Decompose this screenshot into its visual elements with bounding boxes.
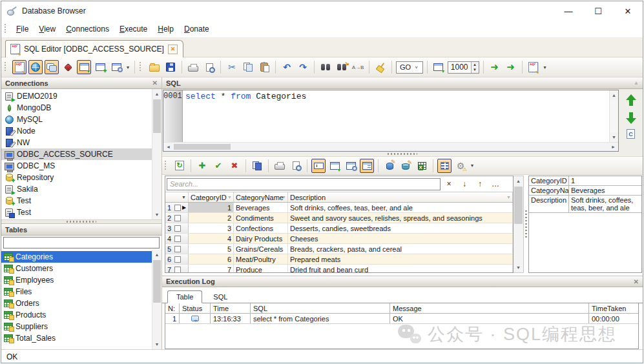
cell-categoryid[interactable]: 5 [189, 244, 234, 254]
connection-item-test2[interactable]: Test [1, 207, 152, 218]
grid-row-2[interactable]: 2 2 Condiments Sweet and savory sauces, … [165, 213, 513, 223]
grid-row-7[interactable]: 7 7 Produce Dried fruit and bean curd [165, 265, 513, 272]
clear-search-icon[interactable]: × [442, 178, 456, 190]
editor-results-splitter[interactable] [162, 152, 643, 157]
column-header-categoryid[interactable]: CategoryID▼ [189, 192, 234, 202]
cell-categoryid[interactable]: 4 [189, 234, 234, 243]
scroll-up-icon[interactable]: ▲ [610, 90, 618, 100]
results-toolbar-grip[interactable] [164, 161, 167, 171]
cell-categoryname[interactable]: Dairy Products [234, 234, 288, 243]
scroll-up-icon[interactable]: ▲ [514, 176, 523, 186]
scroll-down-icon[interactable]: ▼ [152, 210, 161, 219]
print-preview-button[interactable] [202, 60, 216, 74]
toolbar-overflow2-icon[interactable]: ▾ [543, 65, 548, 70]
editor-horizontal-scrollbar[interactable]: ◄ ► [163, 142, 618, 151]
row-checkbox[interactable] [174, 236, 181, 242]
connection-item-mongodb[interactable]: MongoDB [1, 102, 152, 114]
record-field-categoryname[interactable]: CategoryName Beverages [529, 186, 641, 196]
tables-scrollbar[interactable]: ▲ ▼ [152, 250, 161, 349]
tab-close-icon[interactable]: ✕ [168, 45, 178, 54]
limit-rows-toggle-button[interactable] [431, 60, 446, 74]
tables-filter-input[interactable] [3, 237, 160, 248]
spinner-buttons[interactable]: ▲▼ [471, 62, 479, 73]
table-item-suppliers[interactable]: Suppliers [1, 321, 152, 332]
search-next-icon[interactable]: ↓ [457, 178, 472, 190]
clear-button[interactable] [373, 60, 388, 74]
close-button[interactable]: ✕ [613, 1, 643, 21]
column-header-description[interactable]: Description▼ [288, 192, 513, 202]
preview-grid-button[interactable] [289, 159, 303, 173]
replace-button[interactable]: A→B [351, 60, 365, 74]
refresh-data-button[interactable] [172, 159, 187, 173]
sidebar-splitter[interactable] [1, 219, 161, 224]
browser-toggle-button[interactable] [28, 60, 43, 74]
dump-data-button[interactable] [399, 159, 413, 173]
undo-button[interactable] [280, 60, 294, 74]
copy-records-button[interactable] [250, 159, 264, 173]
redo-button[interactable] [296, 60, 310, 74]
cell-description[interactable]: Sweet and savory sauces, relishes, sprea… [288, 213, 513, 223]
scroll-up-icon[interactable]: ▲ [152, 89, 161, 99]
scroll-right-icon[interactable]: ► [608, 145, 618, 149]
delete-record-button[interactable] [227, 159, 242, 173]
tab-sql-editor[interactable]: SQL Editor [ODBC_ACCESS_SOURCE] ✕ [5, 40, 183, 57]
connection-item-odbc-access-source[interactable]: ODBC_ACCESS_SOURCE [1, 148, 152, 160]
cell-categoryname[interactable]: Condiments [234, 213, 288, 223]
sql-history-button[interactable] [526, 60, 541, 74]
results-pane-toggle-button[interactable] [77, 60, 91, 74]
menu-grip[interactable] [4, 24, 7, 34]
grid-record-splitter[interactable] [524, 176, 528, 273]
connection-item-demo2019[interactable]: DEMO2019 [1, 90, 152, 102]
row-checkbox[interactable] [174, 215, 181, 221]
scrollbar-thumb[interactable] [174, 144, 231, 150]
menu-donate[interactable]: Donate [180, 23, 214, 35]
table-item-employees[interactable]: Employees [1, 274, 152, 286]
connection-item-sakila[interactable]: Sakila [1, 183, 152, 195]
cell-categoryname[interactable]: Confections [234, 223, 288, 233]
cell-categoryid[interactable]: 6 [189, 254, 234, 264]
connection-item-node[interactable]: Node [1, 125, 152, 137]
file-toolbar-grip[interactable] [139, 62, 142, 72]
table-item-orders[interactable]: Orders [1, 298, 152, 309]
scroll-up-icon[interactable]: ▲ [152, 250, 161, 259]
messages-toggle-button[interactable] [45, 60, 59, 74]
form-view-button2[interactable] [344, 159, 358, 173]
scrollbar-thumb[interactable] [514, 187, 523, 224]
record-field-categoryid[interactable]: CategoryID 1 [529, 176, 641, 186]
apply-changes-button[interactable] [211, 159, 225, 173]
cell-categoryname[interactable]: Grains/Cereals [234, 244, 288, 254]
save-button[interactable] [163, 60, 178, 74]
cell-description[interactable]: Desserts, candies, sweetbreads [288, 223, 513, 233]
spin-up-icon[interactable]: ▲ [472, 62, 479, 68]
row-selector-header[interactable]: ▼ [165, 192, 189, 202]
grid-row-4[interactable]: 4 4 Dairy Products Cheeses [165, 234, 513, 244]
refresh-statement-button[interactable] [627, 129, 635, 139]
log-tab-table[interactable]: Table [167, 290, 202, 303]
grid-view-button[interactable] [327, 159, 342, 173]
menu-file[interactable]: File [12, 23, 33, 35]
connection-item-repository[interactable]: Repository [1, 172, 152, 183]
execution-log-close-icon[interactable]: ✕ [634, 278, 639, 285]
table-item-categories[interactable]: Categories [1, 251, 152, 263]
row-checkbox[interactable] [174, 256, 181, 263]
search-prev-icon[interactable]: ↑ [473, 178, 487, 190]
sql-editor[interactable]: 0001 select * from Categories ▲ ▼ ◄ ► [163, 90, 619, 152]
log-tab-sql[interactable]: SQL [205, 291, 236, 303]
print-button[interactable] [186, 60, 200, 74]
connections-scrollbar[interactable]: ▲ ▼ [152, 89, 161, 219]
grid-row-5[interactable]: 5 5 Grains/Cereals Breads, crackers, pas… [165, 244, 513, 254]
row-limit-spinner[interactable]: 1000 ▲▼ [448, 61, 479, 74]
sql-code[interactable]: select * from Categories [183, 90, 609, 142]
scroll-left-icon[interactable]: ◄ [163, 145, 173, 149]
menu-connections[interactable]: Connections [61, 23, 114, 35]
grid-row-6[interactable]: 6 6 Meat/Poultry Prepared meats [165, 254, 513, 265]
grid-scrollbar[interactable]: ▲ ▼ [514, 176, 524, 273]
cell-categoryname[interactable]: Meat/Poultry [234, 254, 288, 264]
grid-row-3[interactable]: 3 3 Confections Desserts, candies, sweet… [165, 223, 513, 234]
table-item-files[interactable]: Files [1, 286, 152, 298]
scroll-down-icon[interactable]: ▼ [610, 132, 618, 142]
log-col-time[interactable]: Time [211, 303, 251, 313]
menu-view[interactable]: View [34, 23, 60, 35]
menu-help[interactable]: Help [153, 23, 178, 35]
log-col-message[interactable]: Message [390, 303, 589, 313]
